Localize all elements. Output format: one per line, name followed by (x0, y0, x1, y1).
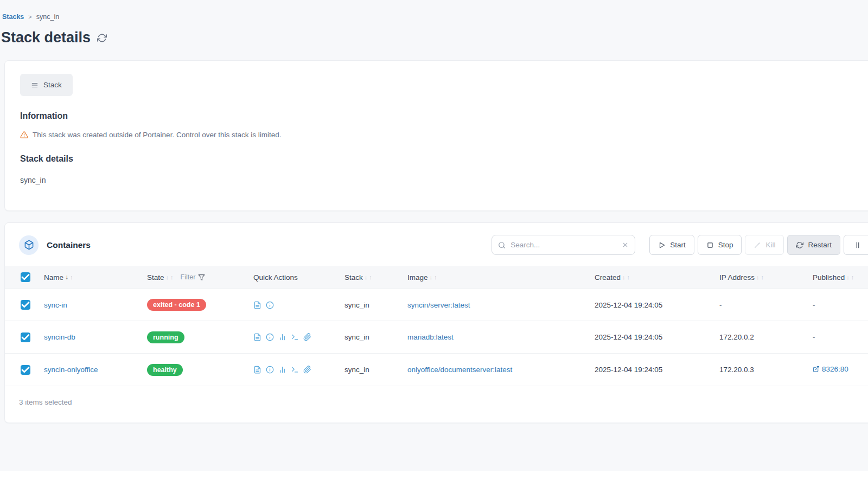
inspect-icon[interactable] (266, 301, 274, 309)
sort-desc-icon: ↓ (365, 274, 368, 280)
row-checkbox[interactable] (21, 365, 30, 375)
stack-cell: sync_in (341, 366, 404, 374)
published-ports-cell: - (809, 333, 868, 341)
column-header-state[interactable]: State↓↑Filter (144, 273, 250, 282)
row-select-cell (5, 300, 41, 310)
column-label-name: Name (44, 273, 63, 282)
breadcrumb-stacks-link[interactable]: Stacks (2, 13, 24, 21)
containers-card: Containers StartStopKillRestart Name↓↑St… (4, 222, 868, 423)
column-header-created[interactable]: Created↓↑ (591, 273, 716, 282)
container-state-cell: healthy (144, 364, 250, 376)
image-link[interactable]: syncin/server:latest (407, 301, 470, 309)
containers-cube-icon (19, 235, 39, 255)
console-icon[interactable] (291, 333, 299, 341)
refresh-icon[interactable] (97, 33, 107, 43)
status-badge: running (147, 331, 184, 343)
published-ports-cell: - (809, 301, 868, 309)
select-all-checkbox[interactable] (21, 272, 30, 282)
column-header-image[interactable]: Image↓↑ (404, 273, 591, 282)
table-row: syncin-onlyofficehealthysync_inonlyoffic… (5, 354, 868, 386)
stop-button[interactable]: Stop (698, 235, 742, 255)
start-button-label: Start (670, 241, 686, 249)
breadcrumb: Stacks > sync_in (0, 0, 868, 21)
quick-actions-cell (250, 333, 341, 341)
pause-button[interactable] (844, 235, 868, 255)
sort-asc-icon: ↑ (434, 274, 437, 280)
column-label-created: Created (595, 273, 621, 282)
page-title: Stack details (1, 29, 868, 46)
restart-button[interactable]: Restart (787, 235, 840, 255)
column-header-name[interactable]: Name↓↑ (41, 273, 144, 282)
image-cell: onlyoffice/documentserver:latest (404, 366, 591, 374)
image-link[interactable]: mariadb:latest (407, 333, 454, 341)
row-select-cell (5, 365, 41, 375)
start-button[interactable]: Start (649, 235, 694, 255)
filter-label: Filter (181, 273, 196, 281)
stats-icon[interactable] (278, 333, 286, 341)
logs-icon[interactable] (253, 366, 261, 374)
sort-asc-icon: ↑ (761, 274, 764, 280)
container-name-link[interactable]: sync-in (44, 301, 67, 309)
container-actions-toolbar: StartStopKillRestart (649, 235, 868, 255)
column-label-stack: Stack (344, 273, 363, 282)
stack-name-value: sync_in (20, 176, 868, 184)
tab-stack[interactable]: Stack (20, 74, 73, 96)
column-label-ip-address: IP Address (719, 273, 755, 282)
sort-asc-icon: ↑ (627, 274, 630, 280)
image-cell: mariadb:latest (404, 333, 591, 341)
image-link[interactable]: onlyoffice/documentserver:latest (407, 366, 512, 374)
search-icon (498, 241, 506, 249)
column-header-published[interactable]: Published↓↑ (809, 273, 868, 282)
pause-icon (854, 241, 861, 249)
external-link-icon (813, 366, 820, 373)
sort-desc-icon: ↓ (65, 274, 68, 280)
container-name-cell: sync-in (41, 301, 144, 309)
sort-asc-icon: ↑ (851, 274, 854, 280)
column-header-stack[interactable]: Stack↓↑ (341, 273, 404, 282)
restart-button-label: Restart (808, 241, 832, 249)
container-state-cell: exited - code 1 (144, 299, 250, 311)
clear-search-icon[interactable] (622, 241, 629, 248)
attach-icon[interactable] (303, 333, 311, 341)
inspect-icon[interactable] (266, 333, 274, 341)
state-filter-button[interactable]: Filter (181, 273, 206, 281)
sort-desc-icon: ↓ (622, 274, 626, 280)
breadcrumb-separator: > (28, 14, 31, 20)
play-icon (658, 241, 666, 249)
column-label-quick-actions: Quick Actions (253, 273, 298, 282)
container-name-link[interactable]: syncin-db (44, 333, 75, 341)
stack-warning: This stack was created outside of Portai… (20, 131, 868, 139)
sort-desc-icon: ↓ (846, 274, 850, 280)
container-search (492, 235, 635, 255)
warning-icon (20, 131, 28, 139)
logs-icon[interactable] (253, 333, 261, 341)
kill-button-label: Kill (765, 241, 775, 249)
quick-actions-cell (250, 366, 341, 374)
created-cell: 2025-12-04 19:24:05 (591, 301, 716, 309)
published-port-link[interactable]: 8326:80 (813, 365, 848, 373)
row-select-cell (5, 332, 41, 342)
search-input[interactable] (510, 241, 616, 249)
container-name-cell: syncin-db (41, 333, 144, 341)
column-header-ip-address[interactable]: IP Address↓↑ (716, 273, 809, 282)
logs-icon[interactable] (253, 301, 261, 309)
console-icon[interactable] (291, 366, 299, 374)
image-cell: syncin/server:latest (404, 301, 591, 309)
container-state-cell: running (144, 331, 250, 343)
table-row: sync-inexited - code 1sync_insyncin/serv… (5, 289, 868, 321)
created-cell: 2025-12-04 19:24:05 (591, 366, 716, 374)
sort-asc-icon: ↑ (70, 274, 73, 280)
row-checkbox[interactable] (21, 300, 30, 310)
row-checkbox[interactable] (21, 332, 30, 342)
sort-asc-icon: ↑ (170, 274, 174, 280)
inspect-icon[interactable] (266, 366, 274, 374)
status-badge: exited - code 1 (147, 299, 206, 311)
table-row: syncin-dbrunningsync_inmariadb:latest202… (5, 321, 868, 354)
stats-icon[interactable] (278, 366, 286, 374)
list-icon (31, 81, 39, 89)
container-name-link[interactable]: syncin-onlyoffice (44, 366, 98, 374)
attach-icon[interactable] (303, 366, 311, 374)
table-header-row: Name↓↑State↓↑FilterQuick ActionsStack↓↑I… (5, 266, 868, 289)
column-label-state: State (147, 273, 164, 282)
kill-button[interactable]: Kill (745, 235, 784, 255)
